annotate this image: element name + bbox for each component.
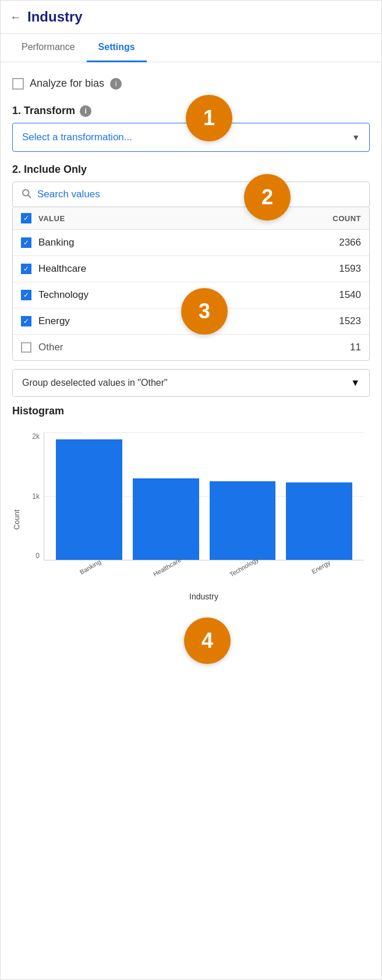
bar-energy: 1.5k xyxy=(286,432,352,560)
table-row: Banking 2366 xyxy=(13,230,369,256)
row-checkbox-other[interactable] xyxy=(21,342,31,353)
search-icon xyxy=(21,188,31,201)
tab-performance[interactable]: Performance xyxy=(10,34,87,62)
bar-technology-label: 1.5k xyxy=(236,468,249,477)
svg-line-1 xyxy=(28,195,30,197)
tab-settings[interactable]: Settings xyxy=(87,34,147,62)
group-dropdown-arrow: ▼ xyxy=(351,378,360,388)
row-checkbox-banking[interactable] xyxy=(21,237,31,248)
bar-healthcare: 1.6k xyxy=(133,432,199,560)
histogram-title: Histogram xyxy=(12,405,370,417)
bar-healthcare-rect: 1.6k xyxy=(133,478,199,560)
row-checkbox-healthcare[interactable] xyxy=(21,264,31,274)
include-only-heading: 2. Include Only xyxy=(12,164,370,176)
x-axis-title: Industry xyxy=(44,592,364,601)
values-table: VALUE COUNT Banking 2366 Healthcare 1593… xyxy=(12,207,370,361)
bar-banking-label: 2.4k xyxy=(82,427,96,435)
tabs-bar: Performance Settings xyxy=(1,34,381,62)
analyze-bias-label: Analyze for bias xyxy=(30,77,104,90)
row-count-other: 11 xyxy=(350,342,361,353)
transform-info-icon[interactable]: i xyxy=(80,105,91,117)
y-label-2k: 2k xyxy=(17,432,40,441)
search-input[interactable] xyxy=(37,189,361,200)
y-axis-labels: 2k 1k 0 xyxy=(17,432,40,560)
bar-healthcare-label: 1.6k xyxy=(159,466,172,474)
table-row: Technology 1540 xyxy=(13,282,369,308)
page-title: Industry xyxy=(27,9,83,25)
content-area: Analyze for bias i 1. Transform i Select… xyxy=(1,62,381,622)
row-value-healthcare: Healthcare xyxy=(38,263,332,275)
row-count-healthcare: 1593 xyxy=(339,263,361,275)
row-checkbox-energy[interactable] xyxy=(21,316,31,326)
bar-energy-label: 1.5k xyxy=(312,470,326,478)
row-value-technology: Technology xyxy=(38,289,332,301)
col-count-header: COUNT xyxy=(333,214,361,223)
group-dropdown-text: Group deselected values in "Other" xyxy=(22,378,168,388)
table-row: Other 11 xyxy=(13,335,369,360)
table-header: VALUE COUNT xyxy=(13,207,369,230)
transform-dropdown[interactable]: Select a transformation... ▼ xyxy=(12,123,370,152)
histogram-section: Histogram Count 2k 1k 0 xyxy=(12,405,370,613)
search-box xyxy=(12,182,370,207)
back-button[interactable]: ← xyxy=(10,10,22,24)
transform-dropdown-arrow: ▼ xyxy=(352,133,360,142)
chart-inner: 2k 1k 0 2.4k xyxy=(44,432,364,560)
analyze-bias-row: Analyze for bias i xyxy=(12,72,370,95)
header: ← Industry xyxy=(1,1,381,34)
row-count-banking: 2366 xyxy=(339,237,361,248)
transform-heading: 1. Transform i xyxy=(12,105,370,117)
bar-banking-rect: 2.4k xyxy=(56,439,122,560)
x-axis-labels: Banking Healthcare Technology Energy xyxy=(44,564,364,571)
y-label-0: 0 xyxy=(17,552,40,560)
row-value-other: Other xyxy=(38,342,343,353)
y-label-1k: 1k xyxy=(17,492,40,500)
annotation-4: 4 xyxy=(184,617,231,664)
bar-technology: 1.5k xyxy=(210,432,276,560)
row-value-banking: Banking xyxy=(38,237,332,248)
bar-banking: 2.4k xyxy=(56,432,122,560)
analyze-bias-checkbox[interactable] xyxy=(12,78,24,90)
group-dropdown[interactable]: Group deselected values in "Other" ▼ xyxy=(12,369,370,397)
row-count-technology: 1540 xyxy=(339,289,361,301)
bars-container: 2.4k 1.6k 1.5k xyxy=(44,432,364,560)
main-container: ← Industry Performance Settings Analyze … xyxy=(0,0,382,980)
chart-area: Count 2k 1k 0 2.4k xyxy=(12,427,370,613)
select-all-checkbox[interactable] xyxy=(21,213,31,223)
row-value-energy: Energy xyxy=(38,315,332,327)
row-checkbox-technology[interactable] xyxy=(21,290,31,300)
table-row: Energy 1523 xyxy=(13,308,369,335)
col-value-header: VALUE xyxy=(38,214,326,223)
bar-energy-rect: 1.5k xyxy=(286,482,352,560)
transform-placeholder: Select a transformation... xyxy=(22,132,132,143)
row-count-energy: 1523 xyxy=(339,315,361,327)
bar-technology-rect: 1.5k xyxy=(210,481,276,560)
table-row: Healthcare 1593 xyxy=(13,256,369,282)
analyze-bias-info-icon[interactable]: i xyxy=(110,78,122,90)
